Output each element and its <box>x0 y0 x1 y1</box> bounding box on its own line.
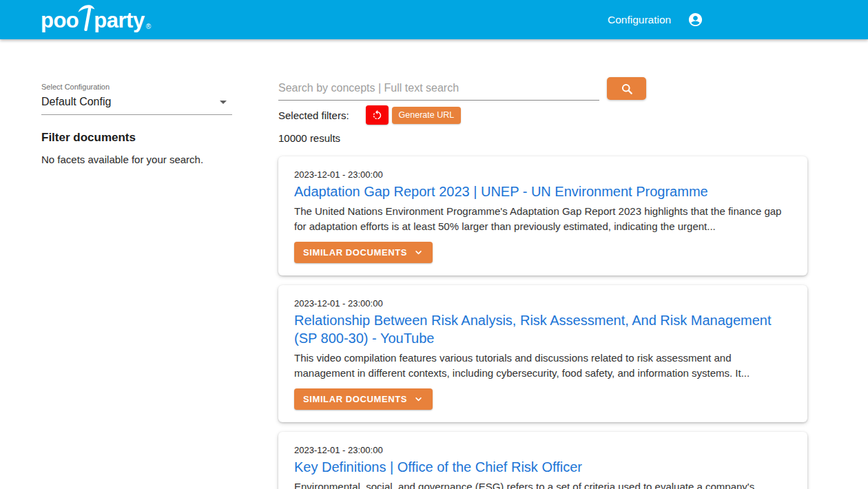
result-date: 2023-12-01 - 23:00:00 <box>294 446 792 455</box>
similar-documents-label: SIMILAR DOCUMENTS <box>303 247 407 258</box>
header-nav: Configuration <box>608 0 703 39</box>
search-input[interactable] <box>278 77 599 101</box>
logo-text-post: party <box>94 6 144 36</box>
result-card: 2023-12-01 - 23:00:00 Key Definitions | … <box>278 432 807 489</box>
result-description: The United Nations Environment Programme… <box>294 204 792 234</box>
result-card: 2023-12-01 - 23:00:00 Relationship Betwe… <box>278 285 807 422</box>
sidebar: Select Configuration Default Config Filt… <box>41 83 232 165</box>
similar-documents-button[interactable]: SIMILAR DOCUMENTS <box>294 388 433 410</box>
result-date: 2023-12-01 - 23:00:00 <box>294 170 792 180</box>
selected-filters-label: Selected filters: <box>278 110 349 121</box>
similar-documents-label: SIMILAR DOCUMENTS <box>303 394 407 404</box>
selected-filters-row: Selected filters: Generate URL <box>278 105 807 125</box>
result-card: 2023-12-01 - 23:00:00 Adaptation Gap Rep… <box>278 156 807 275</box>
generate-url-button[interactable]: Generate URL <box>392 107 462 124</box>
search-icon <box>620 82 634 96</box>
result-title-link[interactable]: Adaptation Gap Report 2023 | UNEP - UN E… <box>294 183 792 200</box>
configuration-link[interactable]: Configuration <box>608 14 671 26</box>
rotate-left-icon <box>371 110 383 121</box>
result-description: Environmental, social, and governance (E… <box>294 479 792 489</box>
similar-documents-button[interactable]: SIMILAR DOCUMENTS <box>294 242 433 263</box>
main-content: Selected filters: Generate URL 10000 res… <box>278 77 807 489</box>
caret-down-icon <box>220 101 227 104</box>
configuration-select[interactable]: Default Config <box>41 96 232 115</box>
configuration-select-value: Default Config <box>41 96 111 108</box>
search-button[interactable] <box>607 77 646 100</box>
reset-filters-button[interactable] <box>366 105 389 125</box>
logo-registered-mark: ® <box>146 23 151 30</box>
result-title-link[interactable]: Relationship Between Risk Analysis, Risk… <box>294 311 792 347</box>
no-facets-message: No facets available for your search. <box>41 154 232 165</box>
result-description: This video compilation features various … <box>294 351 792 381</box>
umbrella-icon <box>78 3 95 31</box>
search-row <box>278 77 807 101</box>
app-header: poo party ® Configuration <box>0 0 868 39</box>
results-list: 2023-12-01 - 23:00:00 Adaptation Gap Rep… <box>278 156 807 489</box>
result-title-link[interactable]: Key Definitions | Office of the Chief Ri… <box>294 458 792 476</box>
result-date: 2023-12-01 - 23:00:00 <box>294 299 792 309</box>
chevron-down-icon <box>413 247 424 258</box>
results-count: 10000 results <box>278 132 807 144</box>
filter-documents-heading: Filter documents <box>41 131 232 145</box>
account-circle-icon[interactable] <box>688 12 703 28</box>
poolparty-logo[interactable]: poo party ® <box>41 3 151 36</box>
select-configuration-label: Select Configuration <box>41 83 232 91</box>
logo-text-pre: poo <box>41 6 79 36</box>
chevron-down-icon <box>413 394 424 404</box>
